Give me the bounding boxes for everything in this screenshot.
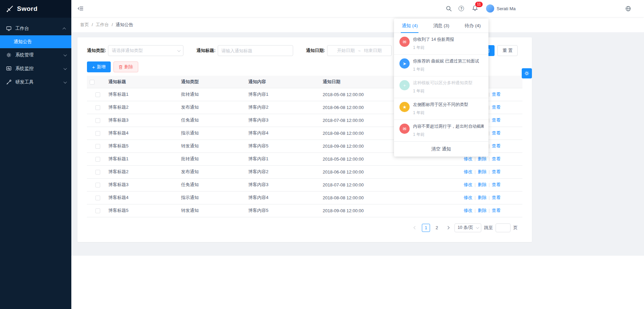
action-divider: | [475, 195, 476, 200]
jump-label: 跳至 [484, 225, 493, 231]
row-checkbox[interactable] [95, 157, 100, 162]
row-delete-link[interactable]: 删除 [478, 169, 486, 174]
notice-title-input[interactable] [221, 48, 289, 53]
search-icon[interactable] [446, 5, 452, 12]
page-2-button[interactable]: 2 [433, 224, 441, 232]
cell-content: 博客内容5 [246, 140, 320, 152]
add-button[interactable]: + 新增 [87, 61, 111, 72]
column-header-content: 通知内容 [246, 76, 320, 88]
logo[interactable]: Sword [0, 0, 71, 18]
row-view-link[interactable]: 查看 [492, 117, 501, 123]
breadcrumb: 首页 / 工作台 / 通知公告 [71, 17, 644, 32]
page-1-button[interactable]: 1 [422, 224, 430, 232]
row-edit-link[interactable]: 修改 [464, 156, 472, 161]
row-checkbox[interactable] [95, 170, 100, 175]
row-edit-link[interactable]: 修改 [464, 182, 472, 187]
notification-item[interactable]: ★ 左侧图标用于区分不同的类型 1 年前 [394, 98, 488, 120]
row-delete-link[interactable]: 删除 [478, 208, 486, 213]
trash-icon [119, 65, 123, 69]
row-view-link[interactable]: 查看 [492, 169, 501, 174]
row-view-link[interactable]: 查看 [492, 156, 501, 161]
page-size-select[interactable]: 10 条/页 [454, 223, 481, 232]
row-checkbox[interactable] [95, 183, 100, 187]
row-view-link[interactable]: 查看 [492, 195, 501, 200]
pagination: 1 2 10 条/页 跳至 页 [87, 223, 518, 232]
notification-time: 1 年前 [413, 132, 484, 138]
cell-type: 发布通知 [178, 101, 246, 114]
clear-notifications-button[interactable]: 清空 通知 [394, 141, 488, 157]
notification-item[interactable]: ✉ 内容不要超过两行字，超出时自动截断 1 年前 [394, 120, 488, 141]
chevron-down-icon [64, 67, 67, 70]
sidebar-item-notice[interactable]: 通知公告 [0, 35, 71, 48]
cell-actions: 修改|删除|查看 [461, 191, 522, 204]
jump-suffix: 页 [513, 225, 518, 231]
row-view-link[interactable]: 查看 [492, 92, 501, 97]
row-view-link[interactable]: 查看 [492, 105, 501, 110]
collapse-sidebar-icon[interactable] [77, 5, 84, 12]
notice-type-select[interactable]: 请选择通知类型 [108, 45, 183, 56]
row-view-link[interactable]: 查看 [492, 208, 501, 213]
cell-title: 博客标题3 [106, 114, 178, 127]
row-edit-link[interactable]: 修改 [464, 208, 472, 213]
notification-bell[interactable]: 11 [471, 4, 479, 13]
help-icon[interactable]: ? [459, 6, 464, 11]
breadcrumb-home[interactable]: 首页 [80, 22, 89, 28]
select-all-checkbox[interactable] [90, 80, 94, 85]
breadcrumb-separator: / [92, 22, 93, 27]
date-range-separator: ~ [358, 48, 361, 53]
row-delete-link[interactable]: 删除 [478, 195, 486, 200]
user-menu[interactable]: Serati Ma [486, 4, 516, 13]
action-divider: | [475, 208, 476, 213]
cell-date: 2018-09-08 12:00:00 [320, 204, 461, 217]
action-divider: | [475, 182, 476, 187]
row-delete-link[interactable]: 删除 [478, 182, 486, 187]
row-checkbox[interactable] [95, 118, 100, 123]
row-edit-link[interactable]: 修改 [464, 169, 472, 174]
notice-title-label: 通知标题: [196, 48, 215, 54]
prev-page-button[interactable] [411, 224, 419, 232]
notification-title: 左侧图标用于区分不同的类型 [413, 102, 468, 108]
language-globe-icon[interactable] [625, 5, 631, 12]
action-divider: | [488, 143, 489, 148]
row-checkbox[interactable] [95, 196, 100, 200]
row-checkbox[interactable] [95, 105, 100, 110]
notification-badge: 11 [475, 1, 483, 7]
tab-todos[interactable]: 待办 (4) [457, 19, 488, 33]
cell-content: 博客内容5 [246, 204, 320, 217]
cell-type: 任免通知 [178, 114, 246, 127]
next-page-button[interactable] [444, 224, 452, 232]
row-checkbox[interactable] [95, 208, 100, 213]
notice-date-range-picker[interactable]: 开始日期 ~ 结束日期 [327, 45, 392, 56]
sidebar-item-label: 系统监控 [15, 66, 60, 72]
sidebar-item-workbench[interactable]: 工作台 [0, 22, 71, 35]
row-checkbox[interactable] [95, 144, 100, 149]
reset-button[interactable]: 重 置 [497, 45, 518, 56]
tab-messages[interactable]: 消息 (3) [426, 19, 457, 33]
row-checkbox[interactable] [95, 92, 100, 97]
row-checkbox[interactable] [95, 131, 100, 136]
row-view-link[interactable]: 查看 [492, 143, 501, 148]
sidebar-item-dev-tools[interactable]: 研发工具 [0, 75, 71, 89]
cell-title: 博客标题4 [106, 127, 178, 140]
notification-item[interactable]: + 这种模板可以区分多种通知类型 1 年前 [394, 76, 488, 98]
sidebar-item-system-manage[interactable]: 系统管理 [0, 48, 71, 62]
notification-item[interactable]: ➤ 你推荐的 曲妮妮 已通过第三轮面试 1 年前 [394, 55, 488, 76]
delete-button[interactable]: 删除 [113, 61, 138, 72]
content-area: 通知类型: 请选择通知类型 通知标题: 通知日期: 开始日期 ~ 结束日期 查 … [71, 32, 644, 256]
sidebar-menu: 工作台 通知公告 系统管理 [0, 18, 71, 89]
row-view-link[interactable]: 查看 [492, 130, 501, 135]
jump-page-input[interactable] [496, 223, 511, 232]
settings-gear-button[interactable] [522, 68, 532, 78]
tab-notices[interactable]: 通知 (4) [394, 19, 426, 33]
row-view-link[interactable]: 查看 [492, 182, 501, 187]
app-root: Sword 工作台 通知公告 [0, 0, 644, 309]
action-divider: | [488, 182, 489, 187]
sidebar-item-label: 系统管理 [15, 52, 60, 58]
sidebar-item-system-monitor[interactable]: 系统监控 [0, 62, 71, 75]
cell-type: 批转通知 [178, 88, 246, 101]
row-edit-link[interactable]: 修改 [464, 195, 472, 200]
row-delete-link[interactable]: 删除 [478, 156, 486, 161]
date-end-placeholder: 结束日期 [364, 48, 382, 54]
breadcrumb-workbench[interactable]: 工作台 [96, 22, 109, 28]
notification-item[interactable]: ✉ 你收到了 14 份新周报 1 年前 [394, 33, 488, 55]
